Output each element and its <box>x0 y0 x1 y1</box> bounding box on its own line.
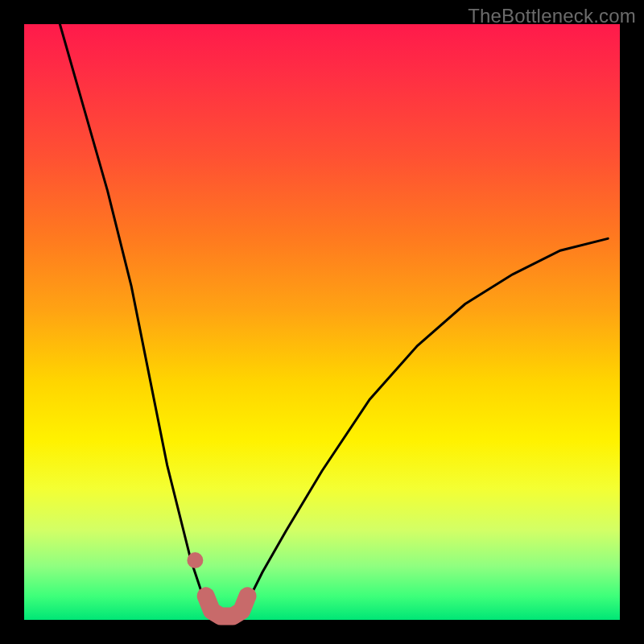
valley-marker <box>206 596 248 616</box>
plot-area <box>24 24 620 620</box>
chart-frame: TheBottleneck.com <box>0 0 644 644</box>
curve-svg <box>24 24 620 620</box>
bottleneck-curve <box>60 24 608 617</box>
left-dot-marker <box>187 552 203 568</box>
